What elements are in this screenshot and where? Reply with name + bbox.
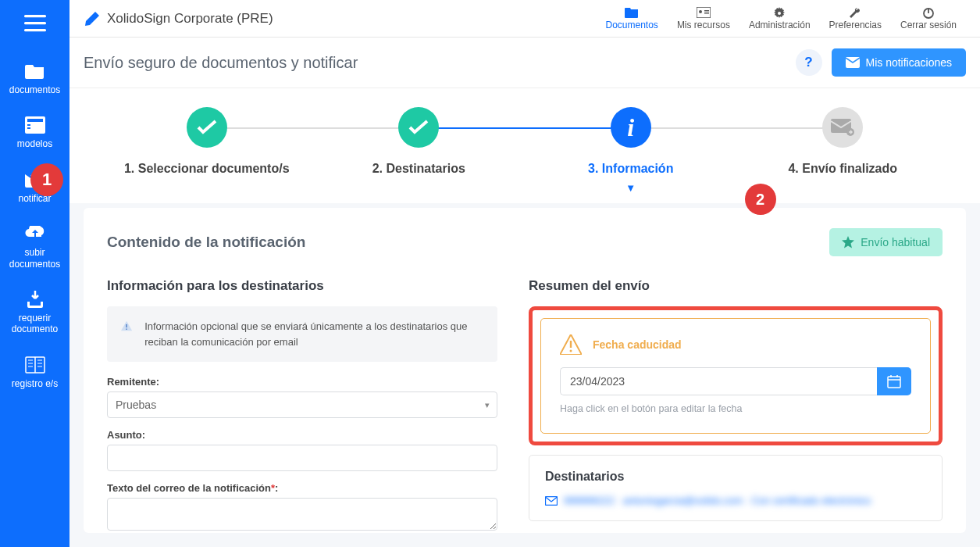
power-icon — [922, 7, 935, 20]
topnav-documentos[interactable]: Documentos — [597, 2, 668, 35]
expiry-date-input[interactable] — [560, 367, 877, 395]
topnav-logout[interactable]: Cerrar sesión — [891, 2, 966, 35]
svg-rect-5 — [27, 124, 30, 126]
topnav-admin[interactable]: Administración — [739, 2, 820, 35]
asunto-label: Asunto: — [107, 429, 497, 441]
svg-rect-24 — [126, 329, 127, 330]
svg-rect-1 — [24, 22, 46, 24]
check-icon — [408, 120, 429, 135]
habitual-send-button[interactable]: Envío habitual — [829, 228, 943, 256]
topnav-recursos[interactable]: Mis recursos — [668, 2, 739, 35]
upload-icon — [24, 223, 46, 245]
topnav-prefs[interactable]: Preferencias — [820, 2, 891, 35]
info-banner: Información opcional que se enviará únic… — [107, 306, 497, 362]
section-title: Información para los destinatarios — [107, 278, 497, 294]
svg-point-26 — [570, 350, 572, 352]
info-icon: i — [611, 107, 651, 148]
main: XolidoSign Corporate (PRE) Documentos Mi… — [69, 0, 980, 547]
badge-2: 2 — [745, 184, 776, 215]
dest-row: 999999222 · antoniogarcia@xolido.com · C… — [545, 495, 926, 506]
envelope-icon — [846, 57, 860, 68]
topnav-label: Mis recursos — [677, 20, 730, 30]
step-label: 2. Destinatarios — [372, 162, 465, 176]
dest-title: Destinatarios — [545, 470, 926, 484]
star-icon — [842, 236, 854, 248]
banner-text: Información opcional que se enviará únic… — [144, 319, 483, 349]
form-column: Información para los destinatarios Infor… — [107, 278, 497, 533]
step-label: 3. Información — [588, 162, 673, 176]
sidebar-label: registro e/s — [12, 378, 58, 389]
asunto-input[interactable] — [107, 445, 497, 471]
topnav: Documentos Mis recursos Administración P… — [597, 2, 967, 35]
step-label: 1. Seleccionar documento/s — [124, 162, 290, 176]
brand: XolidoSign Corporate (PRE) — [84, 10, 273, 27]
step-3[interactable]: i 3. Información ▼ 2 — [525, 107, 737, 194]
svg-rect-18 — [704, 13, 709, 14]
subheader: Envío seguro de documentos y notificar ?… — [69, 38, 980, 88]
step-4: 4. Envío finalizado — [737, 107, 950, 194]
stepper: 1. Seleccionar documento/s 2. Destinatar… — [69, 88, 980, 203]
svg-rect-4 — [27, 119, 43, 122]
book-icon — [24, 354, 46, 376]
template-icon — [24, 114, 46, 136]
destinatarios-card: Destinatarios 999999222 · antoniogarcia@… — [529, 455, 943, 521]
topbar: XolidoSign Corporate (PRE) Documentos Mi… — [69, 0, 980, 38]
app-title: XolidoSign Corporate (PRE) — [107, 11, 273, 27]
caret-down-icon: ▼ — [625, 182, 636, 194]
sidebar-label: documentos — [9, 84, 60, 95]
topnav-label: Documentos — [606, 20, 658, 30]
menu-toggle[interactable] — [20, 8, 51, 39]
pen-icon — [84, 10, 101, 27]
sidebar-label: modelos — [17, 138, 52, 149]
button-label: Mis notificaciones — [866, 56, 953, 69]
sidebar-item-notificar[interactable]: notificar 1 — [0, 159, 69, 213]
calendar-button[interactable] — [877, 367, 911, 395]
sidebar-item-registro[interactable]: registro e/s — [0, 345, 69, 399]
my-notifications-button[interactable]: Mis notificaciones — [832, 48, 967, 77]
svg-rect-2 — [24, 29, 46, 31]
highlight-box: Fecha caducidad Haga click en el botón p… — [529, 306, 943, 445]
step-2[interactable]: 2. Destinatarios — [313, 107, 526, 194]
sidebar-item-modelos[interactable]: modelos — [0, 105, 69, 159]
folder-icon — [24, 60, 46, 82]
texto-label: Texto del correo de la notificación*: — [107, 482, 497, 494]
content-card: Contenido de la notificación Envío habit… — [84, 208, 966, 533]
section-title: Resumen del envío — [529, 278, 943, 294]
topnav-label: Cerrar sesión — [900, 20, 957, 30]
wrench-icon — [849, 7, 861, 20]
expiry-card: Fecha caducidad Haga click en el botón p… — [540, 318, 931, 434]
badge-1: 1 — [30, 163, 63, 196]
download-icon — [24, 288, 46, 310]
sidebar-label: subir documentos — [3, 247, 66, 270]
gear-icon — [773, 7, 786, 20]
expiry-title-text: Fecha caducidad — [593, 338, 682, 351]
dest-info: 999999222 · antoniogarcia@xolido.com · C… — [564, 495, 871, 506]
check-icon — [197, 120, 217, 135]
remitente-select[interactable]: Pruebas — [107, 391, 497, 418]
help-button[interactable]: ? — [796, 49, 822, 76]
sidebar: documentos modelos notificar 1 subir doc… — [0, 0, 69, 547]
step-label: 4. Envío finalizado — [788, 162, 897, 176]
envelope-icon — [545, 496, 558, 506]
sidebar-item-requerir[interactable]: requerir documento — [0, 279, 69, 345]
topnav-label: Preferencias — [829, 20, 882, 30]
svg-rect-23 — [126, 324, 127, 327]
svg-rect-17 — [704, 10, 709, 12]
sidebar-item-subir[interactable]: subir documentos — [0, 213, 69, 279]
id-icon — [697, 7, 711, 20]
envelope-sent-icon — [831, 119, 854, 136]
warning-icon — [121, 319, 132, 333]
folder-icon — [625, 7, 639, 20]
page-title: Envío seguro de documentos y notificar — [84, 54, 358, 72]
texto-textarea[interactable] — [107, 498, 497, 531]
svg-rect-6 — [27, 127, 30, 129]
sidebar-label: requerir documento — [3, 313, 66, 335]
step-1[interactable]: 1. Seleccionar documento/s — [101, 107, 313, 194]
sidebar-item-documentos[interactable]: documentos — [0, 51, 69, 105]
content-title: Contenido de la notificación — [107, 234, 305, 251]
svg-rect-27 — [888, 377, 900, 388]
calendar-icon — [887, 374, 901, 388]
topnav-label: Administración — [749, 20, 811, 30]
svg-rect-25 — [570, 341, 572, 348]
warning-icon — [560, 334, 582, 355]
